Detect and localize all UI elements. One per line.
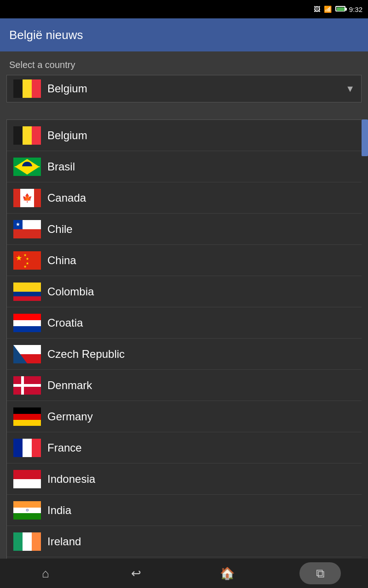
- country-name-croatia: Croatia: [47, 317, 83, 329]
- selected-country-name: Belgium: [47, 82, 345, 95]
- list-item[interactable]: Germany: [7, 401, 368, 432]
- country-name-chile: Chile: [47, 223, 73, 236]
- flag-germany: [13, 407, 41, 426]
- list-item[interactable]: Indonesia: [7, 464, 368, 495]
- flag-chile: ★: [13, 220, 41, 238]
- flag-ireland: [13, 532, 41, 551]
- flag-croatia: [13, 314, 41, 332]
- nav-menu-button[interactable]: ⌂: [27, 562, 64, 585]
- list-item[interactable]: Croatia: [7, 307, 368, 339]
- country-name-germany: Germany: [47, 410, 93, 423]
- nav-home-button[interactable]: 🏠: [209, 562, 246, 585]
- country-name-france: France: [47, 441, 82, 454]
- list-item[interactable]: Brasil: [7, 151, 368, 182]
- scrollbar-thumb[interactable]: [362, 119, 368, 156]
- list-item[interactable]: ★ Chile: [7, 214, 368, 245]
- wifi-icon: 📶: [324, 6, 332, 13]
- country-name-brasil: Brasil: [47, 160, 75, 173]
- list-item[interactable]: ★ ★ ★ ★ ★ China: [7, 245, 368, 276]
- status-time: 9:32: [349, 6, 362, 13]
- flag-canada: 🍁: [13, 189, 41, 207]
- flag-czech: [13, 345, 41, 363]
- list-item[interactable]: ⊙ India: [7, 495, 368, 526]
- flag-colombia: [13, 283, 41, 301]
- menu-icon: ⌂: [42, 566, 49, 581]
- list-item[interactable]: Denmark: [7, 370, 368, 401]
- list-item[interactable]: Ireland: [7, 526, 368, 557]
- list-item[interactable]: Italia: [7, 557, 368, 559]
- list-item[interactable]: Czech Republic: [7, 339, 368, 370]
- status-bar: 🖼 📶 9:32: [0, 0, 368, 18]
- country-name-ireland: Ireland: [47, 535, 81, 548]
- country-name-czech: Czech Republic: [47, 348, 125, 361]
- nav-back-button[interactable]: ↩: [118, 562, 155, 585]
- recents-icon: ⧉: [316, 566, 325, 581]
- flag-china: ★ ★ ★ ★ ★: [13, 251, 41, 270]
- gallery-icon: 🖼: [314, 6, 320, 13]
- app-bar: België nieuws: [0, 18, 368, 51]
- country-name-india: India: [47, 504, 71, 517]
- country-list: Belgium Brasil 🍁 Canada ★: [6, 119, 368, 559]
- flag-belgium: [13, 126, 41, 145]
- home-icon: 🏠: [220, 566, 235, 581]
- battery-icon: [335, 5, 345, 13]
- select-country-label: Select a country: [0, 51, 368, 75]
- bottom-nav-bar: ⌂ ↩ 🏠 ⧉: [0, 559, 368, 588]
- country-name-denmark: Denmark: [47, 379, 92, 392]
- app-title: België nieuws: [9, 28, 83, 42]
- country-name-indonesia: Indonesia: [47, 473, 95, 486]
- nav-recents-button[interactable]: ⧉: [299, 562, 341, 584]
- dropdown-arrow-icon: ▼: [345, 84, 355, 94]
- flag-brasil: [13, 158, 41, 176]
- flag-france: [13, 439, 41, 457]
- country-name-colombia: Colombia: [47, 285, 94, 298]
- country-name-china: China: [47, 254, 76, 267]
- country-name-canada: Canada: [47, 192, 86, 204]
- flag-denmark: [13, 376, 41, 395]
- list-item[interactable]: Colombia: [7, 276, 368, 307]
- list-item[interactable]: 🍁 Canada: [7, 182, 368, 214]
- selected-flag: [13, 79, 41, 98]
- flag-indonesia: [13, 470, 41, 488]
- scrollbar[interactable]: [362, 119, 368, 559]
- country-dropdown[interactable]: Belgium ▼: [6, 75, 362, 102]
- country-name-belgium: Belgium: [47, 129, 87, 142]
- back-icon: ↩: [131, 566, 141, 581]
- content-area: Select a country Belgium ▼ Belgium: [0, 51, 368, 559]
- flag-india: ⊙: [13, 501, 41, 520]
- list-item[interactable]: Belgium: [7, 120, 368, 151]
- list-item[interactable]: France: [7, 432, 368, 464]
